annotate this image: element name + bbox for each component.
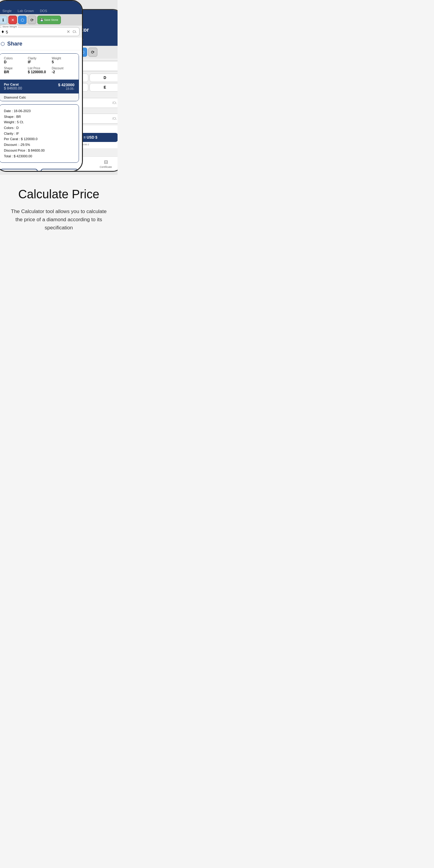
share-colors-field: Colors D [4,57,27,64]
per-carat-value: $ 423000 [58,83,74,87]
share-weight-value: 5 [52,60,74,64]
share-colors-value: D [4,60,27,64]
share-text-btn[interactable]: Share Text [0,169,38,171]
share-weight-field: Weight 5 [52,57,74,64]
main-heading: Calculate Price [7,187,110,201]
back-price-ct-unit: /Ct. [112,117,117,120]
front-tab-single[interactable]: Single [0,7,14,14]
front-delete-btn[interactable]: ✕ [8,16,17,24]
share-clarity-field: Clarity IF [28,57,50,64]
back-shape-e[interactable]: E [90,83,118,92]
share-app-label: Diamond Calc [0,93,79,101]
share-title: Share [7,41,22,47]
total-date: 18-06- [58,87,74,90]
share-card-total: Per Carat $ 84600.00 $ 423000 18-06- [0,80,79,93]
front-diamond-icon: ♦ [1,29,4,34]
share-list-price-value: $ 120000.0 [28,70,50,74]
share-shape-field: Shape BR [4,67,27,74]
share-text-block: Date : 18-06-2023 Shape : BR Weight : 5 … [0,104,79,163]
share-clarity-value: IF [28,60,50,64]
main-description: The Calculator tool allows you to calcul… [7,207,110,232]
front-share-btn[interactable]: ⬡ [18,16,27,24]
front-ct-label: Ct. [73,30,77,33]
share-panel: ⬡ Share Colors D Clarity IF [0,38,82,171]
front-stone-weight: Stone Weight ♦ 5 ✕ Ct. [0,27,80,36]
phones-section: Calculator Single Lab ℹ ✕ ⬡ ⟳ Stone Weig… [0,0,118,175]
share-discount-field: Discount -2 [52,67,74,74]
text-section: Calculate Price The Calculator tool allo… [0,175,118,244]
back-history-btn[interactable]: ⟳ [88,48,97,57]
share-list-price-label: List Price [28,67,50,70]
share-shape-label: Shape [4,67,27,70]
front-header: Single Lab Grown DOS [0,1,82,14]
front-sw-label: Stone Weight [1,25,18,28]
front-x-btn[interactable]: ✕ [67,29,70,34]
front-toolbar: ℹ ✕ ⬡ ⟳ 💾 Save Stone [0,14,82,26]
per-carat-label: Per Carat [4,83,22,86]
per-carat-sub: $ 84600.00 [4,86,22,90]
back-footer-cert-label: Certificate [100,165,112,168]
share-image-btn[interactable]: Share Im... [41,169,79,171]
share-discount-label: Discount [52,67,74,70]
certificate-icon: ⊟ [104,159,108,165]
back-rap-price-unit: /Ct. [112,101,117,104]
front-tab-dos[interactable]: DOS [37,7,50,14]
front-sw-value[interactable]: 5 [6,29,8,34]
back-shape-d[interactable]: D [90,73,118,82]
share-icon: ⬡ [1,41,5,47]
front-history-btn[interactable]: ⟳ [28,16,36,24]
share-discount-value: -2 [52,70,74,74]
share-card: Colors D Clarity IF Weight 5 [0,53,79,101]
share-weight-label: Weight [52,57,74,60]
share-clarity-label: Clarity [28,57,50,60]
front-info-btn[interactable]: ℹ [0,16,7,24]
share-colors-label: Colors [4,57,27,60]
share-header: ⬡ Share [0,38,82,50]
front-save-btn[interactable]: 💾 Save Stone [37,16,61,24]
front-tab-lab[interactable]: Lab Grown [16,7,36,14]
back-footer-certificate[interactable]: ⊟ Certificate [89,158,118,170]
share-list-price-field: List Price $ 120000.0 [28,67,50,74]
share-shape-value: BR [4,70,27,74]
phone-front: Single Lab Grown DOS ℹ ✕ ⬡ ⟳ 💾 Save Ston… [0,0,83,172]
share-buttons: Share Text Share Im... [0,166,82,171]
